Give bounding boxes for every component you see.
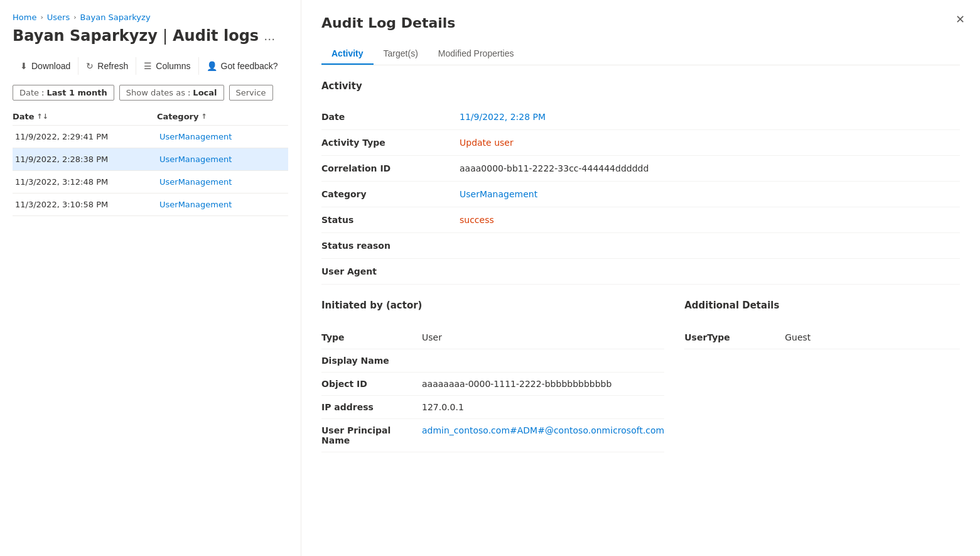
show-dates-colon: : xyxy=(188,88,190,97)
detail-grid: Date 11/9/2022, 2:28 PM Activity Type Up… xyxy=(321,104,960,285)
table-body: 11/9/2022, 2:29:41 PM UserManagement 11/… xyxy=(13,126,301,216)
status-label: Status xyxy=(321,207,460,233)
refresh-button[interactable]: ↻ Refresh xyxy=(78,57,136,75)
type-value: User xyxy=(422,326,664,349)
activity-type-label: Activity Type xyxy=(321,130,460,156)
close-button[interactable]: ✕ xyxy=(950,10,970,29)
initiated-by-section: Initiated by (actor) Type User Display N… xyxy=(321,300,664,452)
activity-section-title: Activity xyxy=(321,80,960,92)
columns-label: Columns xyxy=(156,61,190,71)
breadcrumb-chevron-2: › xyxy=(73,13,76,21)
user-agent-label: User Agent xyxy=(321,259,460,285)
upn-label: User Principal Name xyxy=(321,419,422,452)
page-title-name: Bayan Saparkyzy xyxy=(13,27,158,45)
breadcrumb-users[interactable]: Users xyxy=(47,13,70,22)
activity-type-value: Update user xyxy=(460,130,960,156)
page-title: Bayan Saparkyzy | Audit logs … xyxy=(13,27,301,45)
breadcrumb-chevron-1: › xyxy=(40,13,43,21)
toolbar: ⬇ Download ↻ Refresh ☰ Columns 👤 Got fee… xyxy=(13,57,301,75)
left-panel: Home › Users › Bayan Saparkyzy Bayan Sap… xyxy=(0,0,301,556)
breadcrumb-user-name[interactable]: Bayan Saparkyzy xyxy=(80,13,151,22)
show-dates-filter-chip[interactable]: Show dates as : Local xyxy=(119,85,224,101)
table-row[interactable]: 11/3/2022, 3:12:48 PM UserManagement xyxy=(13,171,288,194)
columns-icon: ☰ xyxy=(144,61,152,71)
sort-icon-date: ↑↓ xyxy=(37,112,48,121)
user-agent-value xyxy=(460,259,960,285)
user-type-label: UserType xyxy=(684,326,785,349)
status-reason-value xyxy=(460,233,960,259)
detail-header: Audit Log Details ✕ xyxy=(321,15,960,31)
additional-details-grid: UserType Guest xyxy=(684,326,960,349)
display-name-label: Display Name xyxy=(321,349,422,373)
category-value: UserManagement xyxy=(460,182,960,207)
col-date-label: Date xyxy=(13,112,35,121)
tab-activity[interactable]: Activity xyxy=(321,43,374,65)
col-header-date[interactable]: Date ↑↓ xyxy=(13,112,157,121)
row-2-date: 11/9/2022, 2:28:38 PM xyxy=(13,155,157,164)
tab-modified-properties[interactable]: Modified Properties xyxy=(428,43,524,65)
col-category-label: Category xyxy=(157,112,198,121)
show-dates-value: Local xyxy=(193,88,217,97)
detail-pane-title: Audit Log Details xyxy=(321,15,455,31)
row-1-category: UserManagement xyxy=(157,132,288,141)
type-label: Type xyxy=(321,326,422,349)
table-header: Date ↑↓ Category ↑ xyxy=(13,108,288,126)
ip-address-value: 127.0.0.1 xyxy=(422,396,664,419)
page-title-separator: | xyxy=(163,27,168,45)
correlation-id-label: Correlation ID xyxy=(321,156,460,182)
status-reason-label: Status reason xyxy=(321,233,460,259)
date-field-value: 11/9/2022, 2:28 PM xyxy=(460,104,960,130)
col-header-category[interactable]: Category ↑ xyxy=(157,112,288,121)
feedback-label: Got feedback? xyxy=(221,61,278,71)
ip-address-label: IP address xyxy=(321,396,422,419)
columns-button[interactable]: ☰ Columns xyxy=(136,57,198,75)
tab-bar: Activity Target(s) Modified Properties xyxy=(321,43,960,65)
object-id-value: aaaaaaaa-0000-1111-2222-bbbbbbbbbbbb xyxy=(422,373,664,396)
status-value: success xyxy=(460,207,960,233)
user-type-value: Guest xyxy=(785,326,960,349)
additional-details-title: Additional Details xyxy=(684,300,960,316)
table-row[interactable]: 11/9/2022, 2:28:38 PM UserManagement xyxy=(13,148,288,171)
two-column-section: Initiated by (actor) Type User Display N… xyxy=(321,300,960,452)
display-name-value xyxy=(422,349,664,373)
filter-bar: Date : Last 1 month Show dates as : Loca… xyxy=(13,85,301,101)
date-filter-colon: : xyxy=(41,88,44,97)
row-3-date: 11/3/2022, 3:12:48 PM xyxy=(13,177,157,187)
feedback-button[interactable]: 👤 Got feedback? xyxy=(199,57,286,75)
page-title-section: Audit logs xyxy=(173,27,259,45)
refresh-label: Refresh xyxy=(97,61,128,71)
refresh-icon: ↻ xyxy=(86,61,94,71)
breadcrumb-home[interactable]: Home xyxy=(13,13,36,22)
download-button[interactable]: ⬇ Download xyxy=(13,57,78,75)
download-icon: ⬇ xyxy=(20,61,28,71)
row-1-date: 11/9/2022, 2:29:41 PM xyxy=(13,132,157,141)
tab-targets[interactable]: Target(s) xyxy=(374,43,428,65)
show-dates-label: Show dates as xyxy=(126,88,185,97)
detail-pane: Audit Log Details ✕ Activity Target(s) M… xyxy=(301,0,980,556)
upn-value[interactable]: admin_contoso.com#ADM#@contoso.onmicroso… xyxy=(422,419,664,452)
breadcrumb: Home › Users › Bayan Saparkyzy xyxy=(13,13,301,22)
date-filter-value: Last 1 month xyxy=(46,88,107,97)
row-2-category: UserManagement xyxy=(157,155,288,164)
additional-details-section: Additional Details UserType Guest xyxy=(684,300,960,452)
page-title-ellipsis: … xyxy=(264,30,275,43)
feedback-icon: 👤 xyxy=(207,61,217,71)
table-row[interactable]: 11/3/2022, 3:10:58 PM UserManagement xyxy=(13,194,288,216)
table-row[interactable]: 11/9/2022, 2:29:41 PM UserManagement xyxy=(13,126,288,148)
date-filter-chip[interactable]: Date : Last 1 month xyxy=(13,85,114,101)
row-3-category: UserManagement xyxy=(157,177,288,187)
row-4-date: 11/3/2022, 3:10:58 PM xyxy=(13,200,157,209)
date-filter-label: Date xyxy=(19,88,39,97)
row-4-category: UserManagement xyxy=(157,200,288,209)
date-field-label: Date xyxy=(321,104,460,130)
initiated-by-title: Initiated by (actor) xyxy=(321,300,664,316)
category-label: Category xyxy=(321,182,460,207)
object-id-label: Object ID xyxy=(321,373,422,396)
download-label: Download xyxy=(31,61,70,71)
sort-icon-category: ↑ xyxy=(201,112,207,121)
service-filter-chip[interactable]: Service xyxy=(229,85,273,101)
service-filter-label: Service xyxy=(236,88,266,97)
initiated-by-grid: Type User Display Name Object ID aaaaaaa… xyxy=(321,326,664,452)
correlation-id-value: aaaa0000-bb11-2222-33cc-444444dddddd xyxy=(460,156,960,182)
